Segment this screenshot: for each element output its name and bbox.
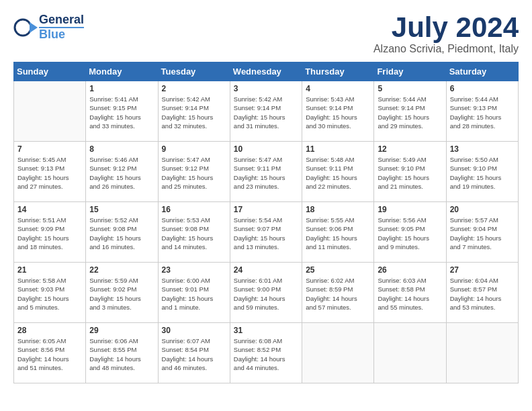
calendar-cell: 16Sunrise: 5:53 AM Sunset: 9:08 PM Dayli…: [158, 202, 230, 263]
day-info: Sunrise: 6:04 AM Sunset: 8:57 PM Dayligh…: [450, 276, 515, 312]
day-info: Sunrise: 5:50 AM Sunset: 9:10 PM Dayligh…: [450, 155, 515, 191]
calendar-cell: 30Sunrise: 6:07 AM Sunset: 8:54 PM Dayli…: [158, 323, 230, 383]
day-info: Sunrise: 5:47 AM Sunset: 9:11 PM Dayligh…: [234, 155, 298, 191]
day-info: Sunrise: 5:44 AM Sunset: 9:14 PM Dayligh…: [378, 95, 442, 130]
day-number: 20: [450, 205, 515, 214]
day-info: Sunrise: 5:49 AM Sunset: 9:10 PM Dayligh…: [378, 155, 442, 191]
day-number: 17: [234, 205, 298, 214]
title-block: July 2024 Alzano Scrivia, Piedmont, Ital…: [373, 13, 519, 55]
day-info: Sunrise: 6:06 AM Sunset: 8:55 PM Dayligh…: [89, 336, 154, 372]
location-title: Alzano Scrivia, Piedmont, Italy: [373, 43, 519, 55]
day-info: Sunrise: 5:44 AM Sunset: 9:13 PM Dayligh…: [450, 95, 515, 130]
day-info: Sunrise: 5:51 AM Sunset: 9:09 PM Dayligh…: [17, 216, 82, 251]
calendar-cell: 10Sunrise: 5:47 AM Sunset: 9:11 PM Dayli…: [230, 142, 302, 202]
weekday-header-wednesday: Wednesday: [230, 62, 302, 81]
day-info: Sunrise: 6:08 AM Sunset: 8:52 PM Dayligh…: [234, 336, 298, 372]
calendar-cell: [374, 323, 446, 383]
day-number: 10: [234, 144, 298, 154]
day-number: 3: [234, 84, 298, 93]
weekday-header-friday: Friday: [374, 62, 446, 81]
day-info: Sunrise: 6:02 AM Sunset: 8:59 PM Dayligh…: [306, 276, 370, 312]
calendar-cell: 19Sunrise: 5:56 AM Sunset: 9:05 PM Dayli…: [374, 202, 446, 263]
calendar-cell: 9Sunrise: 5:47 AM Sunset: 9:12 PM Daylig…: [158, 142, 230, 202]
day-info: Sunrise: 6:07 AM Sunset: 8:54 PM Dayligh…: [162, 336, 226, 372]
calendar-cell: 4Sunrise: 5:43 AM Sunset: 9:14 PM Daylig…: [302, 81, 374, 142]
day-info: Sunrise: 5:57 AM Sunset: 9:04 PM Dayligh…: [450, 216, 515, 251]
day-info: Sunrise: 5:42 AM Sunset: 9:14 PM Dayligh…: [162, 95, 226, 130]
calendar-cell: 20Sunrise: 5:57 AM Sunset: 9:04 PM Dayli…: [446, 202, 518, 263]
day-number: 19: [378, 205, 442, 214]
day-number: 26: [378, 265, 442, 275]
calendar-table: SundayMondayTuesdayWednesdayThursdayFrid…: [13, 62, 519, 383]
calendar-cell: 8Sunrise: 5:46 AM Sunset: 9:12 PM Daylig…: [86, 142, 158, 202]
day-number: 15: [89, 205, 154, 214]
calendar-cell: 14Sunrise: 5:51 AM Sunset: 9:09 PM Dayli…: [14, 202, 86, 263]
day-info: Sunrise: 5:58 AM Sunset: 9:03 PM Dayligh…: [17, 276, 82, 312]
calendar-cell: 23Sunrise: 6:00 AM Sunset: 9:01 PM Dayli…: [158, 263, 230, 323]
day-number: 16: [162, 205, 226, 214]
day-info: Sunrise: 5:48 AM Sunset: 9:11 PM Dayligh…: [306, 155, 370, 191]
calendar-cell: 1Sunrise: 5:41 AM Sunset: 9:15 PM Daylig…: [86, 81, 158, 142]
weekday-header-monday: Monday: [86, 62, 158, 81]
day-number: 6: [450, 84, 515, 93]
day-info: Sunrise: 6:05 AM Sunset: 8:56 PM Dayligh…: [17, 336, 82, 372]
calendar-cell: 29Sunrise: 6:06 AM Sunset: 8:55 PM Dayli…: [86, 323, 158, 383]
calendar-cell: [446, 323, 518, 383]
day-number: 21: [17, 265, 82, 275]
day-number: 18: [306, 205, 370, 214]
day-number: 14: [17, 205, 82, 214]
calendar-cell: 13Sunrise: 5:50 AM Sunset: 9:10 PM Dayli…: [446, 142, 518, 202]
day-number: 23: [162, 265, 226, 275]
day-number: 31: [234, 326, 298, 335]
day-number: 4: [306, 84, 370, 93]
day-number: 30: [162, 326, 226, 335]
calendar-cell: 5Sunrise: 5:44 AM Sunset: 9:14 PM Daylig…: [374, 81, 446, 142]
calendar-cell: 17Sunrise: 5:54 AM Sunset: 9:07 PM Dayli…: [230, 202, 302, 263]
month-title: July 2024: [373, 13, 519, 42]
calendar-cell: 25Sunrise: 6:02 AM Sunset: 8:59 PM Dayli…: [302, 263, 374, 323]
day-number: 12: [378, 144, 442, 154]
calendar-cell: [302, 323, 374, 383]
day-number: 29: [89, 326, 154, 335]
day-number: 27: [450, 265, 515, 275]
day-number: 22: [89, 265, 154, 275]
weekday-header-saturday: Saturday: [446, 62, 518, 81]
day-info: Sunrise: 6:03 AM Sunset: 8:58 PM Dayligh…: [378, 276, 442, 312]
day-info: Sunrise: 5:55 AM Sunset: 9:06 PM Dayligh…: [306, 216, 370, 251]
day-number: 2: [162, 84, 226, 93]
calendar-cell: 11Sunrise: 5:48 AM Sunset: 9:11 PM Dayli…: [302, 142, 374, 202]
weekday-header-thursday: Thursday: [302, 62, 374, 81]
day-info: Sunrise: 5:46 AM Sunset: 9:12 PM Dayligh…: [89, 155, 154, 191]
day-info: Sunrise: 5:53 AM Sunset: 9:08 PM Dayligh…: [162, 216, 226, 251]
day-number: 13: [450, 144, 515, 154]
calendar-cell: 21Sunrise: 5:58 AM Sunset: 9:03 PM Dayli…: [14, 263, 86, 323]
calendar-cell: 6Sunrise: 5:44 AM Sunset: 9:13 PM Daylig…: [446, 81, 518, 142]
day-number: 8: [89, 144, 154, 154]
weekday-header-tuesday: Tuesday: [158, 62, 230, 81]
logo: General Blue: [13, 13, 84, 42]
calendar-cell: 3Sunrise: 5:42 AM Sunset: 9:14 PM Daylig…: [230, 81, 302, 142]
day-number: 11: [306, 144, 370, 154]
day-number: 5: [378, 84, 442, 93]
calendar-cell: 7Sunrise: 5:45 AM Sunset: 9:13 PM Daylig…: [14, 142, 86, 202]
page-header: General Blue July 2024 Alzano Scrivia, P…: [13, 13, 519, 55]
day-info: Sunrise: 5:43 AM Sunset: 9:14 PM Dayligh…: [306, 95, 370, 130]
day-number: 28: [17, 326, 82, 335]
day-info: Sunrise: 6:00 AM Sunset: 9:01 PM Dayligh…: [162, 276, 226, 312]
day-number: 7: [17, 144, 82, 154]
day-info: Sunrise: 5:59 AM Sunset: 9:02 PM Dayligh…: [89, 276, 154, 312]
calendar-cell: 31Sunrise: 6:08 AM Sunset: 8:52 PM Dayli…: [230, 323, 302, 383]
day-info: Sunrise: 5:41 AM Sunset: 9:15 PM Dayligh…: [89, 95, 154, 130]
day-number: 1: [89, 84, 154, 93]
calendar-cell: 2Sunrise: 5:42 AM Sunset: 9:14 PM Daylig…: [158, 81, 230, 142]
day-number: 9: [162, 144, 226, 154]
calendar-cell: 12Sunrise: 5:49 AM Sunset: 9:10 PM Dayli…: [374, 142, 446, 202]
calendar-cell: [14, 81, 86, 142]
day-info: Sunrise: 5:52 AM Sunset: 9:08 PM Dayligh…: [89, 216, 154, 251]
calendar-cell: 22Sunrise: 5:59 AM Sunset: 9:02 PM Dayli…: [86, 263, 158, 323]
day-info: Sunrise: 5:56 AM Sunset: 9:05 PM Dayligh…: [378, 216, 442, 251]
day-number: 24: [234, 265, 298, 275]
calendar-cell: 26Sunrise: 6:03 AM Sunset: 8:58 PM Dayli…: [374, 263, 446, 323]
calendar-cell: 15Sunrise: 5:52 AM Sunset: 9:08 PM Dayli…: [86, 202, 158, 263]
svg-marker-1: [30, 22, 38, 33]
